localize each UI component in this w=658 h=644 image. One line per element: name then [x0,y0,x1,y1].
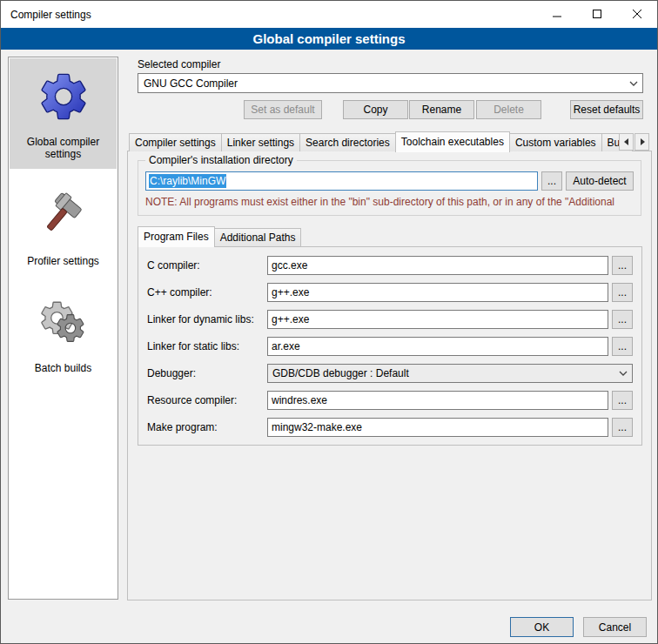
dynamic-linker-label: Linker for dynamic libs: [147,313,267,325]
installation-note: NOTE: All programs must exist either in … [145,196,640,208]
tab-program-files[interactable]: Program Files [138,226,215,247]
cancel-button[interactable]: Cancel [583,617,647,637]
installation-directory-value: C:\raylib\MinGW [149,174,226,188]
cpp-compiler-input[interactable] [267,283,608,302]
ok-button[interactable]: OK [510,617,574,637]
tab-linker-settings[interactable]: Linker settings [221,133,300,151]
compiler-buttons-row: Set as default Copy Rename Delete Reset … [138,100,643,119]
tab-custom-variables[interactable]: Custom variables [509,133,602,151]
installation-directory-row: C:\raylib\MinGW ... Auto-detect [145,171,634,191]
tab-scroll-left-button[interactable] [619,133,634,151]
close-icon [633,9,641,21]
batch-builds-gears-icon [36,295,91,353]
cpp-compiler-label: C++ compiler: [147,286,267,299]
auto-detect-button[interactable]: Auto-detect [566,171,634,191]
make-program-row: Make program: ... [147,418,633,437]
chevron-down-icon [614,371,632,376]
dynamic-linker-browse-button[interactable]: ... [612,310,633,329]
close-button[interactable] [617,1,657,28]
static-linker-input[interactable] [267,337,608,356]
tab-compiler-settings[interactable]: Compiler settings [129,133,222,151]
arrow-right-icon [639,136,646,148]
debugger-dropdown[interactable]: GDB/CDB debugger : Default [267,364,633,383]
chevron-down-icon [625,81,642,86]
tab-toolchain-executables[interactable]: Toolchain executables [395,131,510,152]
selected-compiler-label: Selected compiler [138,58,220,70]
sidebar-item-label: Batch builds [35,362,91,374]
debugger-value: GDB/CDB debugger : Default [272,367,409,379]
static-linker-label: Linker for static libs: [147,340,267,352]
c-compiler-browse-button[interactable]: ... [612,256,633,275]
make-program-input[interactable] [267,418,608,437]
tab-search-directories[interactable]: Search directories [299,133,396,151]
program-tab-strip: Program Files Additional Paths [138,226,300,246]
reset-defaults-button[interactable]: Reset defaults [570,100,643,119]
cpp-compiler-row: C++ compiler: ... [147,283,633,302]
sidebar-item-global-compiler-settings[interactable]: Global compiler settings [10,58,117,169]
settings-tab-strip: Compiler settings Linker settings Search… [129,131,632,151]
dynamic-linker-input[interactable] [267,310,608,329]
compiler-settings-dialog: Compiler settings Global compiler settin… [0,0,658,644]
resource-compiler-row: Resource compiler: ... [147,391,633,410]
static-linker-row: Linker for static libs: ... [147,337,633,356]
browse-directory-button[interactable]: ... [541,171,562,191]
sidebar-item-label: Global compiler settings [13,136,113,160]
minimize-button[interactable] [537,1,577,28]
installation-directory-group-title: Compiler's installation directory [145,154,297,166]
selected-compiler-dropdown[interactable]: GNU GCC Compiler [138,73,643,93]
toolchain-executables-panel: Compiler's installation directory C:\ray… [127,151,652,600]
installation-directory-input[interactable]: C:\raylib\MinGW [145,171,538,191]
selected-compiler-value: GNU GCC Compiler [144,77,238,90]
rename-button[interactable]: Rename [409,100,474,119]
maximize-icon [593,9,601,21]
global-compiler-gear-icon [36,69,91,127]
cpp-compiler-browse-button[interactable]: ... [612,283,633,302]
window-controls [537,1,657,28]
installation-directory-group: Compiler's installation directory C:\ray… [138,160,641,216]
dynamic-linker-row: Linker for dynamic libs: ... [147,310,633,329]
copy-button[interactable]: Copy [343,100,408,119]
title-bar: Compiler settings [1,1,657,28]
sidebar-item-profiler-settings[interactable]: Profiler settings [10,178,117,276]
page-title: Global compiler settings [1,28,657,50]
settings-category-list: Global compiler settings Profiler settin… [8,57,118,600]
tab-scroll-right-button[interactable] [634,133,649,151]
debugger-row: Debugger: GDB/CDB debugger : Default [147,364,633,383]
tab-additional-paths[interactable]: Additional Paths [214,228,302,246]
static-linker-browse-button[interactable]: ... [612,337,633,356]
make-program-label: Make program: [147,421,267,433]
resource-compiler-browse-button[interactable]: ... [612,391,633,410]
program-files-panel: C compiler: ... C++ compiler: ... Linker… [138,246,642,446]
set-as-default-button[interactable]: Set as default [244,100,322,119]
sidebar-item-label: Profiler settings [27,255,99,267]
sidebar-item-batch-builds[interactable]: Batch builds [10,285,117,383]
debugger-label: Debugger: [147,367,267,379]
c-compiler-input[interactable] [267,256,608,275]
resource-compiler-input[interactable] [267,391,608,410]
maximize-button[interactable] [577,1,617,28]
arrow-left-icon [623,136,630,148]
profiler-tool-icon [36,188,91,246]
c-compiler-label: C compiler: [147,259,267,272]
delete-button[interactable]: Delete [476,100,541,119]
resource-compiler-label: Resource compiler: [147,394,267,406]
window-title: Compiler settings [1,9,91,21]
c-compiler-row: C compiler: ... [147,256,633,275]
tab-scroll-arrows [618,133,649,151]
make-program-browse-button[interactable]: ... [612,418,633,437]
minimize-icon [553,9,561,21]
